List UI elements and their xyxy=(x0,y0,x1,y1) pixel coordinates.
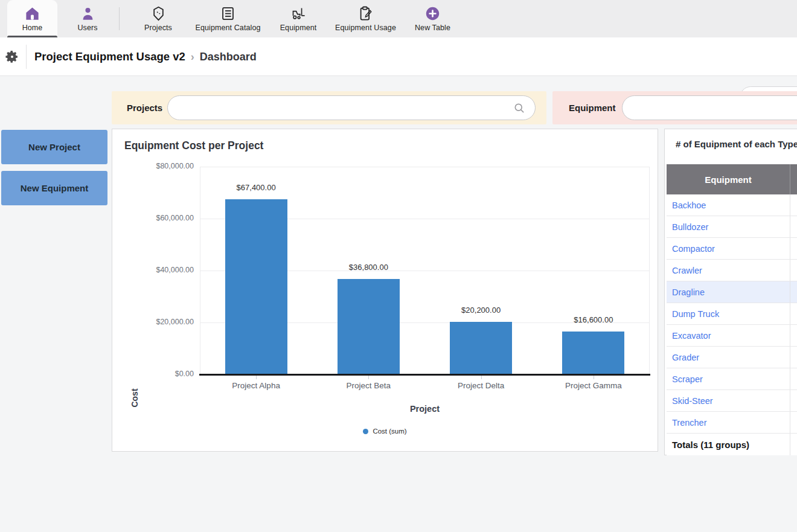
equipment-link-dump-truck[interactable]: Dump Truck xyxy=(672,309,719,319)
x-axis-label: Project xyxy=(200,404,650,414)
search-icon xyxy=(513,102,525,114)
equipment-search-box[interactable] xyxy=(622,95,797,120)
plus-circle-icon xyxy=(424,5,441,22)
forklift-icon xyxy=(290,5,307,22)
legend-dot-icon xyxy=(363,429,368,434)
table-row: Dump Truck xyxy=(667,303,797,325)
equipment-cell: Crawler xyxy=(667,260,790,281)
count-cell xyxy=(790,260,797,281)
equipment-link-compactor[interactable]: Compactor xyxy=(672,244,715,254)
legend-label: Cost (sum) xyxy=(373,428,406,435)
count-cell xyxy=(790,347,797,368)
tab-users[interactable]: Users xyxy=(68,0,107,37)
equipment-link-trencher[interactable]: Trencher xyxy=(672,418,706,428)
count-cell xyxy=(790,325,797,346)
bar-project-alpha[interactable] xyxy=(225,199,287,374)
equipment-cell: Dragline xyxy=(667,281,790,303)
y-tick-label: $20,000.00 xyxy=(129,318,194,326)
y-tick-label: $0.00 xyxy=(129,370,194,378)
tab-equipment-usage[interactable]: Equipment Usage xyxy=(331,0,400,37)
bar-value-label: $16,600.00 xyxy=(545,315,642,324)
equipment-link-grader[interactable]: Grader xyxy=(672,353,699,362)
new-project-button[interactable]: New Project xyxy=(1,130,107,164)
table-row: Backhoe xyxy=(667,194,797,216)
equipment-cell: Scraper xyxy=(667,368,790,389)
table-row: Bulldozer xyxy=(667,216,797,238)
equipment-table: Equipment BackhoeBulldozerCompactorCrawl… xyxy=(667,164,797,455)
projects-search-input[interactable] xyxy=(179,97,436,118)
count-cell xyxy=(790,303,797,324)
y-tick-label: $80,000.00 xyxy=(129,162,194,170)
x-tick-label: Project Alpha xyxy=(208,381,304,390)
app-window: Home Users Projects Equi xyxy=(0,0,797,532)
equipment-cell: Grader xyxy=(667,347,790,368)
equipment-filter-label: Equipment xyxy=(569,91,616,124)
equipment-link-excavator[interactable]: Excavator xyxy=(672,331,711,341)
totals-count-cell xyxy=(790,434,797,455)
cube-icon xyxy=(150,5,167,22)
count-cell xyxy=(790,412,797,433)
table-row: Trencher xyxy=(667,412,797,434)
projects-filter-label: Projects xyxy=(127,91,162,124)
projects-filter-panel: Projects xyxy=(112,91,546,124)
equipment-cell: Trencher xyxy=(667,412,790,433)
tab-equipment[interactable]: Equipment xyxy=(277,0,319,37)
home-icon xyxy=(24,5,40,22)
new-equipment-button[interactable]: New Equipment xyxy=(1,171,107,205)
count-column-header xyxy=(790,164,797,194)
table-tabs-toolbar: Home Users Projects Equi xyxy=(0,0,797,37)
tab-equipment-catalog-label: Equipment Catalog xyxy=(195,24,260,32)
bar-project-delta[interactable] xyxy=(450,322,512,374)
axis-tick xyxy=(594,376,594,379)
chevron-right-icon: › xyxy=(191,51,194,63)
app-title[interactable]: Project Equipment Usage v2 xyxy=(34,50,185,63)
equipment-link-scraper[interactable]: Scraper xyxy=(672,374,703,384)
equipment-link-skid-steer[interactable]: Skid-Steer xyxy=(672,396,713,406)
equipment-count-card: # of Equipment of each Type Equipment Ba… xyxy=(664,129,797,455)
tab-home[interactable]: Home xyxy=(7,0,57,37)
bar-project-beta[interactable] xyxy=(338,279,400,374)
table-row: Crawler xyxy=(667,260,797,281)
equipment-link-bulldozer[interactable]: Bulldozer xyxy=(672,222,708,232)
bar-value-label: $67,400.00 xyxy=(208,183,304,192)
tab-projects-label: Projects xyxy=(144,24,172,32)
x-tick-label: Project Gamma xyxy=(545,381,642,390)
table-row: Grader xyxy=(667,347,797,368)
tab-users-label: Users xyxy=(77,24,97,32)
tab-projects[interactable]: Projects xyxy=(137,0,179,37)
axis-tick xyxy=(481,376,482,379)
axis-tick xyxy=(368,376,369,379)
breadcrumb-divider xyxy=(26,45,27,69)
table-row: Excavator xyxy=(667,325,797,347)
tab-equipment-label: Equipment xyxy=(280,24,317,32)
equipment-cell: Skid-Steer xyxy=(667,390,790,411)
count-cell xyxy=(790,281,797,303)
table-row: Skid-Steer xyxy=(667,390,797,412)
x-tick-label: Project Beta xyxy=(320,381,417,390)
equipment-link-backhoe[interactable]: Backhoe xyxy=(672,200,706,210)
equipment-cell: Backhoe xyxy=(667,194,790,216)
equipment-cell: Dump Truck xyxy=(667,303,790,324)
bar-value-label: $36,800.00 xyxy=(320,263,417,272)
equipment-link-crawler[interactable]: Crawler xyxy=(672,266,702,275)
list-icon xyxy=(220,5,236,22)
equipment-link-dragline[interactable]: Dragline xyxy=(672,287,705,297)
projects-search-box[interactable] xyxy=(167,95,536,120)
equipment-search-input[interactable] xyxy=(633,97,797,118)
breadcrumb: Project Equipment Usage v2 › Dashboard xyxy=(34,37,257,76)
equipment-table-header: Equipment xyxy=(667,164,797,194)
equipment-column-header[interactable]: Equipment xyxy=(667,164,790,194)
bar-project-gamma[interactable] xyxy=(562,332,624,374)
tab-equipment-catalog[interactable]: Equipment Catalog xyxy=(192,0,264,37)
x-axis-line xyxy=(199,374,650,376)
breadcrumb-bar: Project Equipment Usage v2 › Dashboard D… xyxy=(0,37,797,76)
tab-new-table[interactable]: New Table xyxy=(413,0,452,37)
chart-title: Equipment Cost per Project xyxy=(124,139,263,152)
bar-value-label: $20,200.00 xyxy=(433,306,530,315)
y-tick-label: $60,000.00 xyxy=(129,214,194,222)
table-row: Scraper xyxy=(667,368,797,390)
gear-icon[interactable] xyxy=(5,50,19,64)
y-tick-label: $40,000.00 xyxy=(129,266,194,274)
toolbar-divider xyxy=(119,7,120,30)
table-row: Dragline xyxy=(667,281,797,303)
